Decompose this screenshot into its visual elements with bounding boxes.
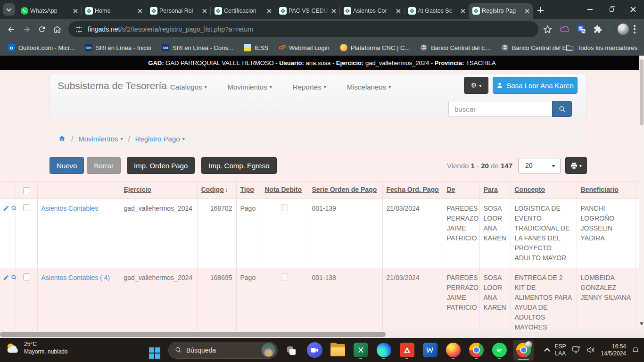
settings-button[interactable]: ⚙▾ [464,77,488,94]
scroll-down-arrow[interactable] [640,322,644,325]
imp-comp-egreso-button[interactable]: Imp. Comp. Egreso [201,157,276,174]
menu-miscelaneos[interactable]: Miscelaneos▾ [347,83,391,91]
tray-chevron-up-icon[interactable] [544,348,550,354]
bookmark-iess[interactable]: IESS [244,44,269,51]
nota-debito-checkbox[interactable] [281,204,288,211]
row-checkbox[interactable] [23,273,30,280]
bookmark-banco-central-1[interactable]: Banco Central del E... [420,44,490,51]
asientos-contables-link[interactable]: Asientos Contables ( 4) [41,274,110,281]
tab-certificacion[interactable]: Certificacion [211,3,275,19]
vertical-scrollbar[interactable] [639,56,644,331]
extensions-puzzle-icon[interactable] [594,25,602,33]
tab-at-gastos[interactable]: At Gastos Se [405,3,469,19]
language-indicator[interactable]: ESP LAA [555,343,566,357]
menu-movimientos[interactable]: Movimientos▾ [228,83,272,91]
user-button[interactable]: Sosa Loor Ana Karen [493,77,578,94]
back-button[interactable] [7,25,16,34]
bookmark-sri-consultas[interactable]: SRI SRI en Línea - Cons... [162,44,233,51]
asientos-contables-link[interactable]: Asientos Contables [41,205,99,212]
sort-de[interactable]: De [447,186,455,193]
sort-codigo[interactable]: Codigo [201,186,224,193]
page-size-select[interactable]: 20 [518,158,561,173]
nuevo-button[interactable]: Nuevo [50,157,84,174]
bookmark-webmail[interactable]: cP Webmail Login [279,44,329,51]
restore-button[interactable] [601,0,622,19]
horizontal-scrollbar[interactable] [0,331,644,338]
file-explorer-button[interactable] [328,341,347,360]
tab-registro-pago-active[interactable]: Registro Pag [469,3,533,19]
firefox-button[interactable] [444,341,462,360]
menu-reportes[interactable]: Reportes▾ [293,83,326,91]
sort-concepto[interactable]: Concepto [515,186,545,193]
search-highlight-image[interactable] [261,343,276,357]
tab-search-button[interactable] [3,3,15,16]
taskbar-search[interactable]: Búsqueda [168,342,278,359]
adobe-acrobat-button[interactable] [397,341,416,360]
tab-pac-vs-cedu[interactable]: PAC VS CEDU [275,3,339,19]
minimize-button[interactable] [579,0,601,19]
spotify-button[interactable] [490,341,509,360]
reload-button[interactable] [38,25,46,33]
sort-beneficiario[interactable]: Beneficiario [581,186,619,193]
translate-icon[interactable] [577,25,586,34]
bookmark-star-icon[interactable] [543,25,552,34]
borrar-button[interactable]: Borrar [87,157,121,174]
scrollbar-thumb[interactable] [640,59,644,125]
menu-catalogos[interactable]: Catalogos▾ [170,83,207,91]
sort-tipo[interactable]: Tipo [240,186,254,193]
all-bookmarks[interactable]: Todos los marcadores [559,40,637,56]
url-bar[interactable]: fingads.net/sf2/tesoreria/registro_pago_… [68,21,538,37]
nota-debito-checkbox[interactable] [281,273,288,280]
tab-close-icon[interactable] [138,9,142,13]
profile-avatar[interactable] [618,24,629,35]
view-magnifier-icon[interactable] [11,274,16,281]
home-icon[interactable] [58,135,66,142]
tab-home[interactable]: Home [82,3,146,19]
start-button[interactable] [145,341,164,360]
site-info-icon[interactable] [75,25,83,33]
tab-close-icon[interactable] [396,9,400,13]
forward-button[interactable] [22,25,31,34]
chrome-button[interactable] [467,341,486,360]
tab-close-icon[interactable] [202,9,206,13]
network-display-icon[interactable] [572,346,581,354]
print-button[interactable]: ▾ [565,157,587,174]
clock-widget[interactable]: 16:54 14/5/2024 [601,343,626,357]
imp-orden-pago-button[interactable]: Imp. Orden Pago [127,157,195,174]
bookmark-sri-inicio[interactable]: SRI SRI en Línea - Inicio [85,44,151,51]
video-app-button[interactable] [305,341,324,360]
tab-close-icon[interactable] [267,9,271,13]
search-button[interactable] [552,101,572,117]
sort-serie[interactable]: Serie Orden de Pago [312,186,377,193]
task-view-button[interactable] [282,341,301,360]
extension-cloud-icon[interactable] [560,25,570,33]
browser-menu-icon[interactable] [634,25,636,33]
sort-ejercicio[interactable]: Ejercicio [124,186,151,193]
breadcrumb-movimientos[interactable]: Movimientos▾ [78,135,123,143]
edge-button[interactable] [374,341,393,360]
row-checkbox[interactable] [23,204,30,211]
select-all-checkbox[interactable] [23,187,30,194]
weather-widget[interactable]: 25°C Mayorm. nublado [6,341,68,355]
bookmark-cnc[interactable]: Plataforma CNC | C... [340,44,410,51]
breadcrumb-registro-pago[interactable]: Registro Pago▾ [135,135,185,143]
view-magnifier-icon[interactable] [11,205,16,212]
tab-personal-rol[interactable]: Personal Rol [146,3,210,19]
scrollbar-thumb[interactable] [0,332,386,337]
tab-close-icon[interactable] [73,9,77,13]
excel-button[interactable] [351,341,370,360]
sort-para[interactable]: Para [484,186,498,193]
bookmark-outlook[interactable]: o Outlook.com - Micr... [8,44,74,51]
sort-nota-debito[interactable]: Nota Debito [265,186,302,193]
tab-close-icon[interactable] [461,9,465,13]
tab-whatsapp[interactable]: WhatsApp [17,3,81,19]
word-button[interactable] [421,341,439,360]
search-input[interactable] [448,101,552,117]
tab-close-icon[interactable] [525,9,529,13]
notification-bell-icon[interactable] [632,346,639,354]
sort-fecha[interactable]: Fecha Ord. Pago [387,186,439,193]
edit-pencil-icon[interactable] [3,205,9,212]
tab-close-icon[interactable] [331,9,336,13]
volume-icon[interactable] [586,346,595,354]
edit-pencil-icon[interactable] [3,274,9,281]
